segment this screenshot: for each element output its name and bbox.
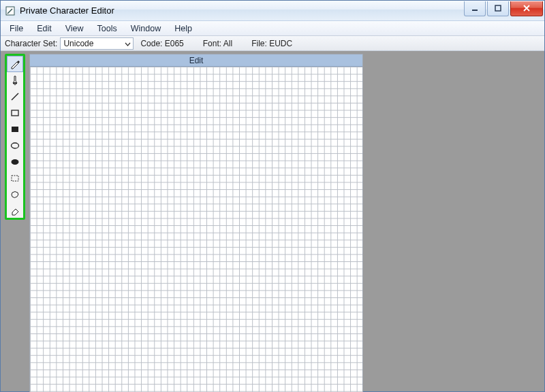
menu-view[interactable]: View	[59, 22, 90, 35]
app-icon	[5, 5, 16, 16]
window-title: Private Character Editor	[20, 5, 463, 16]
charset-value: Unicode	[63, 39, 93, 48]
edit-panel-header: Edit	[30, 54, 362, 67]
pencil-icon	[10, 59, 20, 69]
tool-eraser[interactable]	[7, 203, 23, 219]
svg-point-7	[12, 143, 19, 148]
brush-icon	[10, 75, 20, 86]
select-free-icon	[10, 189, 20, 200]
client-area: Edit	[1, 51, 544, 391]
menu-help[interactable]: Help	[168, 22, 198, 35]
tool-ellipse-outline[interactable]	[7, 137, 23, 154]
ellipse-outline-icon	[10, 140, 20, 151]
edit-panel: Edit	[29, 54, 363, 392]
titlebar[interactable]: Private Character Editor	[1, 1, 544, 21]
eraser-icon	[10, 206, 20, 216]
tool-brush[interactable]	[7, 72, 23, 88]
svg-rect-3	[14, 82, 16, 84]
menu-edit[interactable]: Edit	[31, 22, 58, 35]
charset-label: Character Set:	[1, 39, 60, 48]
chevron-down-icon	[125, 40, 131, 50]
line-icon	[10, 91, 20, 102]
tool-select-free[interactable]	[7, 186, 23, 203]
tool-rect-filled[interactable]	[7, 121, 23, 137]
info-bar: Character Set: Unicode Code: E065 Font: …	[1, 36, 544, 51]
svg-rect-6	[12, 127, 18, 132]
svg-point-8	[12, 159, 19, 165]
svg-line-4	[12, 93, 18, 100]
edit-grid[interactable]	[30, 67, 362, 392]
ellipse-filled-icon	[10, 157, 20, 167]
tool-ellipse-filled[interactable]	[7, 154, 23, 170]
tool-line[interactable]	[7, 88, 23, 105]
svg-rect-9	[12, 176, 18, 181]
select-rect-icon	[10, 173, 20, 184]
toolbox	[7, 56, 23, 219]
charset-dropdown[interactable]: Unicode	[60, 37, 134, 50]
rectangle-outline-icon	[10, 108, 20, 118]
svg-rect-1	[472, 10, 478, 11]
font-field: Font: All	[196, 39, 245, 48]
menu-tools[interactable]: Tools	[91, 22, 123, 35]
window-controls	[463, 1, 543, 16]
file-field: File: EUDC	[245, 39, 305, 48]
menubar: File Edit View Tools Window Help	[1, 21, 544, 36]
window-frame: Private Character Editor File Edit View …	[0, 0, 545, 392]
tool-select-rect[interactable]	[7, 170, 23, 186]
svg-rect-2	[495, 5, 501, 11]
close-button[interactable]	[510, 1, 543, 16]
minimize-button[interactable]	[464, 1, 486, 16]
code-field: Code: E065	[134, 39, 196, 48]
menu-file[interactable]: File	[3, 22, 29, 35]
maximize-button[interactable]	[487, 1, 509, 16]
svg-rect-5	[12, 110, 18, 116]
rectangle-filled-icon	[10, 124, 20, 135]
tool-rect-outline[interactable]	[7, 105, 23, 121]
menu-window[interactable]: Window	[125, 22, 167, 35]
tool-pencil[interactable]	[7, 56, 23, 72]
